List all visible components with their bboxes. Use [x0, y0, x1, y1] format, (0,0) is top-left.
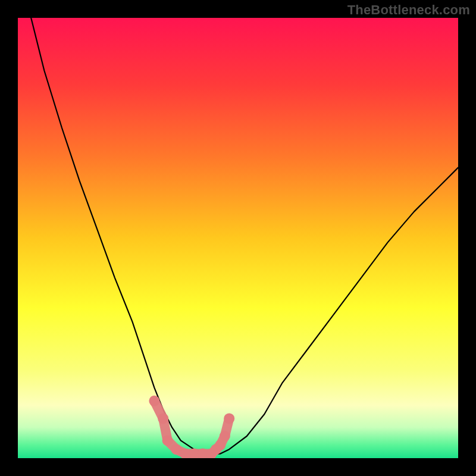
- marker-dot: [224, 413, 234, 424]
- bottleneck-plot: [18, 18, 458, 458]
- marker-dot: [149, 396, 159, 406]
- marker-dot: [158, 413, 168, 424]
- marker-dot: [220, 431, 230, 441]
- chart-frame: TheBottleneck.com: [0, 0, 476, 476]
- plot-area: [18, 18, 458, 458]
- marker-dot: [162, 435, 173, 446]
- attribution-label: TheBottleneck.com: [347, 2, 470, 18]
